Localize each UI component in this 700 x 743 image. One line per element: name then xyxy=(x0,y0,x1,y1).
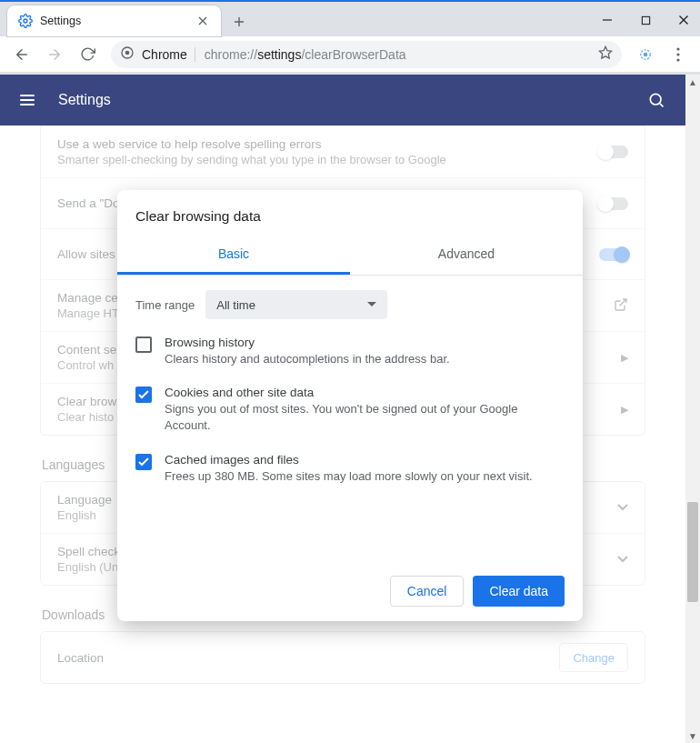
reload-button[interactable] xyxy=(73,40,102,69)
star-icon[interactable] xyxy=(598,45,613,63)
scrollbar[interactable]: ▲ ▼ xyxy=(685,75,700,743)
option-cache[interactable]: Cached images and files Frees up 380 MB.… xyxy=(135,444,565,494)
svg-marker-4 xyxy=(599,46,611,58)
time-range-value: All time xyxy=(216,298,255,312)
gear-icon xyxy=(18,14,33,28)
extension-icon[interactable] xyxy=(635,44,656,65)
tab-advanced[interactable]: Advanced xyxy=(350,236,583,275)
dropdown-icon xyxy=(367,302,376,307)
settings-header: Settings xyxy=(0,75,685,126)
forward-button[interactable] xyxy=(40,40,69,69)
time-range-select[interactable]: All time xyxy=(205,290,387,319)
search-icon[interactable] xyxy=(647,91,665,112)
tab-title: Settings xyxy=(40,15,188,27)
time-range-label: Time range xyxy=(135,298,195,312)
kebab-menu-icon[interactable] xyxy=(664,40,693,69)
svg-rect-1 xyxy=(642,16,649,24)
browser-toolbar: Chrome chrome:// settings /clearBrowserD… xyxy=(0,36,700,73)
svg-point-9 xyxy=(676,58,679,61)
svg-point-10 xyxy=(650,94,661,105)
page-title: Settings xyxy=(58,92,111,108)
svg-point-0 xyxy=(24,19,27,23)
clear-data-button[interactable]: Clear data xyxy=(473,576,565,607)
minimize-button[interactable] xyxy=(595,7,620,33)
svg-point-3 xyxy=(125,51,130,55)
close-icon[interactable] xyxy=(195,14,210,28)
scroll-thumb[interactable] xyxy=(687,502,698,602)
browser-titlebar: Settings xyxy=(0,0,700,36)
new-tab-button[interactable] xyxy=(226,9,252,35)
scroll-down-icon[interactable]: ▼ xyxy=(685,728,700,743)
omnibox-label: Chrome chrome:// settings /clearBrowserD… xyxy=(142,47,591,62)
checkbox-cookies[interactable] xyxy=(135,387,152,403)
address-bar[interactable]: Chrome chrome:// settings /clearBrowserD… xyxy=(111,41,622,68)
maximize-button[interactable] xyxy=(633,7,658,33)
checkbox-browsing-history[interactable] xyxy=(135,336,152,353)
clear-browsing-data-dialog: Clear browsing data Basic Advanced Time … xyxy=(117,190,583,621)
svg-point-6 xyxy=(644,52,648,56)
svg-point-7 xyxy=(676,47,679,50)
tab-basic[interactable]: Basic xyxy=(117,236,350,275)
option-browsing-history[interactable]: Browsing history Clears history and auto… xyxy=(135,326,565,377)
back-button[interactable] xyxy=(7,40,36,69)
svg-point-8 xyxy=(676,53,679,55)
dialog-title: Clear browsing data xyxy=(135,208,565,225)
scroll-up-icon[interactable]: ▲ xyxy=(685,75,700,89)
browser-tab[interactable]: Settings xyxy=(7,5,221,36)
option-cookies[interactable]: Cookies and other site data Signs you ou… xyxy=(135,377,565,443)
site-icon xyxy=(120,45,135,63)
hamburger-icon[interactable] xyxy=(15,89,40,111)
checkbox-cache[interactable] xyxy=(135,454,152,470)
cancel-button[interactable]: Cancel xyxy=(390,576,465,607)
close-window-button[interactable] xyxy=(671,7,696,33)
